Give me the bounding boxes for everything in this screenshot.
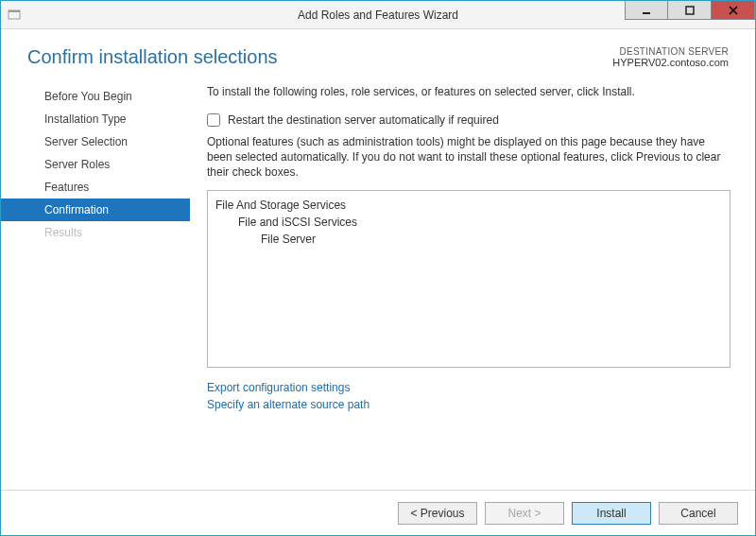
svg-rect-3 [686, 7, 694, 14]
destination-server: DESTINATION SERVER HYPERV02.contoso.com [612, 46, 729, 68]
export-config-link[interactable]: Export configuration settings [207, 379, 730, 396]
next-button: Next > [485, 502, 564, 525]
maximize-button[interactable] [668, 1, 712, 20]
install-button[interactable]: Install [572, 502, 651, 525]
title-bar: Add Roles and Features Wizard [1, 1, 755, 29]
list-item: File And Storage Services [215, 197, 722, 214]
svg-rect-2 [643, 12, 650, 14]
destination-host: HYPERV02.contoso.com [612, 57, 729, 68]
list-item: File and iSCSI Services [215, 214, 722, 231]
wizard-window: Add Roles and Features Wizard Confirm in… [0, 0, 756, 536]
step-before-you-begin[interactable]: Before You Begin [1, 85, 190, 108]
step-server-roles[interactable]: Server Roles [1, 153, 190, 176]
step-server-selection[interactable]: Server Selection [1, 130, 190, 153]
header: Confirm installation selections DESTINAT… [1, 29, 755, 76]
restart-checkbox-row[interactable]: Restart the destination server automatic… [207, 113, 730, 127]
selections-listbox[interactable]: File And Storage Services File and iSCSI… [207, 190, 730, 368]
list-item: File Server [215, 231, 722, 248]
step-results: Results [1, 221, 190, 244]
close-button[interactable] [712, 1, 755, 20]
steps-sidebar: Before You Begin Installation Type Serve… [1, 76, 190, 490]
restart-checkbox[interactable] [207, 113, 220, 127]
optional-note: Optional features (such as administratio… [207, 134, 730, 181]
alternate-source-link[interactable]: Specify an alternate source path [207, 396, 730, 413]
svg-rect-1 [9, 10, 20, 12]
restart-checkbox-label: Restart the destination server automatic… [228, 113, 499, 127]
page-title: Confirm installation selections [27, 46, 278, 68]
wizard-body: Before You Begin Installation Type Serve… [1, 76, 755, 490]
main-panel: To install the following roles, role ser… [190, 76, 738, 490]
minimize-button[interactable] [625, 1, 668, 20]
step-confirmation[interactable]: Confirmation [1, 199, 190, 221]
cancel-button[interactable]: Cancel [659, 502, 738, 525]
step-features[interactable]: Features [1, 176, 190, 199]
destination-label: DESTINATION SERVER [612, 46, 729, 57]
previous-button[interactable]: < Previous [398, 502, 477, 525]
footer: < Previous Next > Install Cancel [1, 490, 755, 535]
intro-text: To install the following roles, role ser… [207, 85, 730, 98]
links: Export configuration settings Specify an… [207, 379, 730, 413]
step-installation-type[interactable]: Installation Type [1, 108, 190, 130]
app-icon [1, 2, 27, 28]
window-buttons [625, 1, 755, 28]
